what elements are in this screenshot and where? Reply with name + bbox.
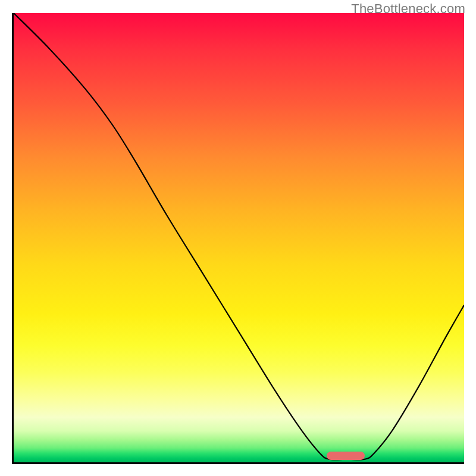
bottleneck-chart: TheBottleneck.com (0, 0, 476, 476)
curve-svg (14, 13, 464, 462)
optimal-range-marker (327, 452, 365, 460)
plot-area (12, 13, 464, 464)
bottleneck-curve (14, 13, 464, 459)
